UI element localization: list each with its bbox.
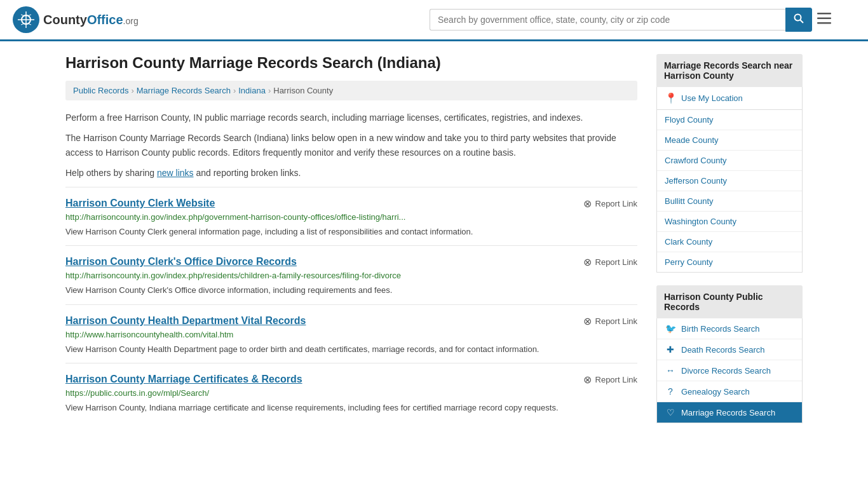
nearby-county-link[interactable]: Jefferson County	[657, 171, 802, 191]
breadcrumb: Public Records › Marriage Records Search…	[65, 81, 637, 100]
use-my-location-link[interactable]: 📍 Use My Location	[657, 87, 802, 109]
result-item: Harrison County Clerk's Office Divorce R…	[65, 245, 637, 304]
nearby-list: 📍 Use My Location	[656, 87, 803, 110]
report-icon: ⊗	[583, 256, 592, 268]
nearby-counties-list: Floyd CountyMeade CountyCrawford CountyJ…	[656, 110, 803, 273]
result-title[interactable]: Harrison County Clerk's Office Divorce R…	[65, 256, 297, 268]
description-para3: Help others by sharing new links and rep…	[65, 166, 637, 180]
public-records-item[interactable]: 🐦 Birth Records Search	[657, 318, 802, 339]
report-link-label: Report Link	[595, 257, 637, 267]
pr-icon: 🐦	[665, 323, 676, 334]
nearby-county-item[interactable]: Crawford County	[657, 151, 802, 171]
pr-label: Death Records Search	[681, 345, 765, 355]
logo-area: CountyOffice.org	[13, 6, 139, 33]
nearby-county-link[interactable]: Meade County	[657, 130, 802, 150]
nearby-county-item[interactable]: Perry County	[657, 252, 802, 272]
nearby-county-link[interactable]: Washington County	[657, 212, 802, 231]
public-records-item[interactable]: ♡ Marriage Records Search	[657, 402, 802, 423]
public-records-item[interactable]: ↔ Divorce Records Search	[657, 360, 802, 381]
report-link[interactable]: ⊗ Report Link	[583, 256, 637, 268]
report-icon: ⊗	[583, 374, 592, 386]
svg-line-5	[801, 20, 804, 24]
result-title[interactable]: Harrison County Marriage Certificates & …	[65, 374, 302, 385]
nearby-county-item[interactable]: Meade County	[657, 130, 802, 151]
result-url: http://harrisoncounty.in.gov/index.php/g…	[65, 212, 637, 222]
pr-label: Birth Records Search	[681, 324, 760, 334]
logo-icon	[13, 6, 39, 33]
report-link-label: Report Link	[595, 375, 637, 384]
content-area: Harrison County Marriage Records Search …	[65, 54, 637, 436]
search-area	[430, 8, 836, 32]
breadcrumb-sep-1: ›	[131, 86, 133, 95]
public-records-section: Harrison County Public Records 🐦 Birth R…	[656, 285, 803, 423]
public-records-item[interactable]: ? Genealogy Search	[657, 381, 802, 402]
svg-rect-7	[817, 18, 831, 20]
nearby-county-item[interactable]: Washington County	[657, 212, 802, 232]
result-title[interactable]: Harrison County Health Department Vital …	[65, 315, 306, 327]
nearby-county-link[interactable]: Crawford County	[657, 151, 802, 170]
use-my-location-item[interactable]: 📍 Use My Location	[657, 87, 802, 109]
result-item: Harrison County Health Department Vital …	[65, 304, 637, 363]
public-records-link[interactable]: 🐦 Birth Records Search	[657, 318, 802, 339]
public-records-item[interactable]: ✚ Death Records Search	[657, 339, 802, 360]
result-desc: View Harrison County Clerk's Office divo…	[65, 284, 637, 297]
public-records-link[interactable]: ✚ Death Records Search	[657, 339, 802, 360]
nearby-county-item[interactable]: Bullitt County	[657, 191, 802, 212]
report-link-label: Report Link	[595, 199, 637, 208]
result-url: https://public.courts.in.gov/mlpl/Search…	[65, 388, 637, 398]
nearby-county-item[interactable]: Clark County	[657, 232, 802, 252]
desc-para3-after: and reporting broken links.	[194, 168, 301, 178]
svg-rect-6	[817, 13, 831, 15]
report-icon: ⊗	[583, 198, 592, 210]
header: CountyOffice.org	[0, 0, 868, 41]
result-item: Harrison County Marriage Certificates & …	[65, 363, 637, 422]
pr-icon: ?	[665, 386, 676, 396]
svg-point-4	[795, 15, 801, 21]
pr-icon: ↔	[665, 365, 676, 376]
result-desc: View Harrison County Health Department p…	[65, 343, 637, 356]
use-my-location-label: Use My Location	[681, 93, 743, 103]
public-records-link[interactable]: ↔ Divorce Records Search	[657, 360, 802, 381]
page-title: Harrison County Marriage Records Search …	[65, 54, 637, 72]
pr-label: Genealogy Search	[681, 387, 750, 396]
result-header: Harrison County Clerk's Office Divorce R…	[65, 256, 637, 268]
report-link[interactable]: ⊗ Report Link	[583, 315, 637, 327]
svg-rect-8	[817, 22, 831, 24]
pr-icon: ✚	[665, 344, 676, 355]
result-header: Harrison County Health Department Vital …	[65, 315, 637, 327]
breadcrumb-public-records[interactable]: Public Records	[73, 86, 128, 95]
report-icon: ⊗	[583, 315, 592, 327]
breadcrumb-current: Harrison County	[273, 86, 333, 95]
results-list: Harrison County Clerk Website ⊗ Report L…	[65, 187, 637, 422]
nearby-county-link[interactable]: Perry County	[657, 252, 802, 272]
search-button[interactable]	[785, 8, 812, 32]
breadcrumb-sep-3: ›	[268, 86, 271, 95]
main-content: Harrison County Marriage Records Search …	[53, 41, 815, 449]
pr-label: Marriage Records Search	[681, 408, 775, 417]
result-url: http://harrisoncounty.in.gov/index.php/r…	[65, 271, 637, 280]
result-item: Harrison County Clerk Website ⊗ Report L…	[65, 187, 637, 246]
result-desc: View Harrison County Clerk general infor…	[65, 226, 637, 238]
menu-button[interactable]	[812, 9, 836, 30]
result-title[interactable]: Harrison County Clerk Website	[65, 198, 215, 209]
nearby-county-link[interactable]: Floyd County	[657, 110, 802, 130]
nearby-heading: Marriage Records Search near Harrison Co…	[656, 54, 803, 87]
result-desc: View Harrison County, Indiana marriage c…	[65, 402, 637, 414]
pr-icon: ♡	[665, 407, 676, 417]
result-url: http://www.harrisoncountyhealth.com/vita…	[65, 330, 637, 339]
description-para1: Perform a free Harrison County, IN publi…	[65, 111, 637, 125]
nearby-county-link[interactable]: Bullitt County	[657, 191, 802, 211]
search-input[interactable]	[430, 9, 785, 30]
report-link[interactable]: ⊗ Report Link	[583, 198, 637, 210]
new-links-link[interactable]: new links	[157, 168, 194, 178]
result-header: Harrison County Clerk Website ⊗ Report L…	[65, 198, 637, 210]
breadcrumb-marriage-records[interactable]: Marriage Records Search	[137, 86, 231, 95]
nearby-county-item[interactable]: Jefferson County	[657, 171, 802, 191]
public-records-link[interactable]: ? Genealogy Search	[657, 381, 802, 402]
nearby-county-item[interactable]: Floyd County	[657, 110, 802, 130]
report-link[interactable]: ⊗ Report Link	[583, 374, 637, 386]
public-records-link[interactable]: ♡ Marriage Records Search	[657, 402, 802, 423]
breadcrumb-indiana[interactable]: Indiana	[238, 86, 266, 95]
nearby-county-link[interactable]: Clark County	[657, 232, 802, 252]
sidebar: Marriage Records Search near Harrison Co…	[656, 54, 803, 436]
